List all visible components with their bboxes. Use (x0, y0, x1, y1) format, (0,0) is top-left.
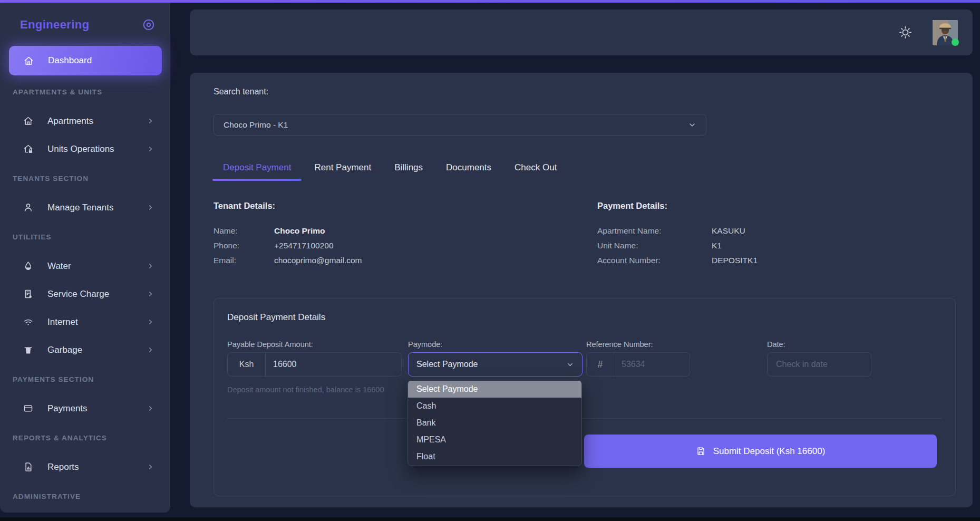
sidebar-item-label: Payments (47, 403, 88, 414)
sidebar-item-units-operations[interactable]: Units Operations (0, 135, 170, 163)
sidebar-item-label: Service Charge (47, 289, 109, 300)
trash-icon (22, 344, 34, 355)
sidebar-item-water[interactable]: Water (0, 252, 170, 280)
sidebar-section-reports: REPORTS & ANALYTICS (0, 422, 170, 453)
tenant-select[interactable]: Choco Primo - K1 (214, 114, 706, 136)
chevron-down-icon (688, 121, 696, 129)
check-in-date-input[interactable] (768, 353, 871, 376)
sidebar-section-apartments-units: APARTMENTS & UNITS (0, 76, 170, 107)
sidebar-item-service-charge[interactable]: Service Charge (0, 280, 170, 308)
person-icon (22, 202, 34, 213)
sidebar-item-label: Garbage (47, 345, 82, 355)
payable-deposit-amount-label: Payable Deposit Amount: (227, 340, 313, 349)
sidebar-item-payments[interactable]: Payments (0, 394, 170, 422)
house-lock-icon (22, 143, 34, 155)
deposit-amount-field: Ksh (227, 352, 402, 377)
payment-detail-row: Unit Name: K1 (597, 238, 758, 253)
search-tenant-label: Search tenant: (214, 87, 268, 97)
sidebar-nav: Dashboard APARTMENTS & UNITS Apartments (0, 46, 170, 512)
payment-details-heading: Payment Details: (597, 201, 758, 211)
reference-number-field: # (586, 352, 690, 377)
deposit-amount-input[interactable] (266, 353, 401, 376)
sidebar-item-label: Apartments (47, 116, 93, 127)
app-title: Engineering (20, 18, 90, 32)
sidebar-item-label: Dashboard (48, 55, 92, 66)
hash-prefix: # (587, 353, 614, 376)
sidebar-item-reports[interactable]: Reports (0, 453, 170, 481)
sidebar-item-label: Water (47, 261, 71, 272)
window-bottom-edge (0, 517, 980, 521)
chevron-right-icon (147, 145, 154, 153)
tenant-detail-row: Name: Choco Primo (214, 224, 362, 238)
paymode-option-select-paymode[interactable]: Select Paymode (408, 381, 581, 398)
tenant-detail-row: Email: chocoprimo@gmail.com (214, 253, 362, 268)
sidebar-item-manage-tenants[interactable]: Manage Tenants (0, 194, 170, 221)
paymode-label: Paymode: (408, 340, 442, 349)
currency-prefix: Ksh (228, 353, 266, 376)
tab-check-out[interactable]: Check Out (515, 162, 557, 181)
date-label: Date: (767, 340, 785, 349)
unit-name-value: K1 (712, 241, 722, 250)
sidebar-header: Engineering (0, 3, 170, 35)
submit-deposit-label: Submit Deposit (Ksh 16600) (713, 446, 826, 457)
top-accent-bar (0, 0, 980, 3)
sidebar-item-apartments[interactable]: Apartments (0, 107, 170, 135)
tab-billings[interactable]: Billings (394, 162, 423, 181)
tenant-name-value: Choco Primo (274, 226, 325, 236)
home-icon (23, 55, 34, 66)
tab-deposit-payment[interactable]: Deposit Payment (223, 162, 291, 181)
paymode-option-bank[interactable]: Bank (408, 414, 581, 431)
form-divider (227, 418, 942, 419)
apartment-home-icon (22, 115, 34, 127)
sidebar-item-label: Units Operations (47, 144, 114, 155)
theme-toggle-sun-icon[interactable] (898, 25, 913, 40)
sidebar-section-utilities: UTILITIES (0, 221, 170, 252)
sidebar-item-label: Reports (47, 462, 79, 472)
payment-detail-row: Account Number: DEPOSITK1 (597, 253, 758, 268)
deposit-payment-details-card: Deposit Payment Details Payable Deposit … (214, 298, 956, 496)
sidebar-item-dashboard[interactable]: Dashboard (9, 46, 162, 75)
chevron-right-icon (147, 404, 154, 412)
paymode-option-float[interactable]: Float (408, 448, 581, 465)
payment-tabs: Deposit Payment Rent Payment Billings Do… (223, 162, 557, 181)
paymode-select[interactable]: Select Paymode (408, 352, 583, 377)
payment-details: Payment Details: Apartment Name: KASUKU … (597, 201, 758, 268)
chevron-right-icon (147, 290, 154, 298)
user-avatar[interactable] (933, 20, 958, 45)
chevron-down-icon (566, 361, 574, 369)
date-field (767, 352, 871, 377)
payment-detail-row: Apartment Name: KASUKU (597, 224, 758, 238)
paymode-select-value: Select Paymode (416, 360, 478, 369)
account-number-value: DEPOSITK1 (712, 256, 758, 265)
tenant-details-heading: Tenant Details: (214, 201, 362, 211)
sidebar-section-tenants: TENANTS SECTION (0, 163, 170, 194)
tenant-detail-row: Phone: +254717100200 (214, 238, 362, 253)
sidebar: Engineering Dashboard APARTMENTS & UNITS (0, 3, 170, 513)
paymode-option-cash[interactable]: Cash (408, 398, 581, 414)
sidebar-item-label: Manage Tenants (47, 202, 113, 213)
save-floppy-icon (696, 446, 706, 456)
reference-number-input[interactable] (614, 353, 690, 376)
credit-card-icon (22, 403, 34, 414)
water-drop-icon (22, 260, 34, 272)
target-circle-icon[interactable] (142, 18, 156, 32)
tab-rent-payment[interactable]: Rent Payment (314, 162, 371, 181)
chevron-right-icon (147, 463, 154, 471)
sidebar-item-label: Internet (47, 317, 78, 327)
sidebar-item-internet[interactable]: Internet (0, 308, 170, 336)
tab-documents[interactable]: Documents (446, 162, 491, 181)
paymode-option-mpesa[interactable]: MPESA (408, 431, 581, 448)
deposit-form-title: Deposit Payment Details (227, 312, 325, 323)
apartment-name-value: KASUKU (712, 226, 745, 236)
submit-deposit-button[interactable]: Submit Deposit (Ksh 16600) (584, 435, 937, 468)
tenant-details: Tenant Details: Name: Choco Primo Phone:… (214, 201, 362, 268)
report-document-icon (22, 461, 34, 472)
wifi-icon (22, 316, 34, 327)
tenant-select-value: Choco Primo - K1 (224, 120, 288, 130)
chevron-right-icon (147, 318, 154, 326)
chevron-right-icon (147, 346, 154, 354)
chevron-right-icon (147, 117, 154, 125)
sidebar-item-garbage[interactable]: Garbage (0, 336, 170, 364)
reference-number-label: Reference Number: (586, 340, 653, 349)
sidebar-section-administrative: ADMINISTRATIVE (0, 481, 170, 512)
